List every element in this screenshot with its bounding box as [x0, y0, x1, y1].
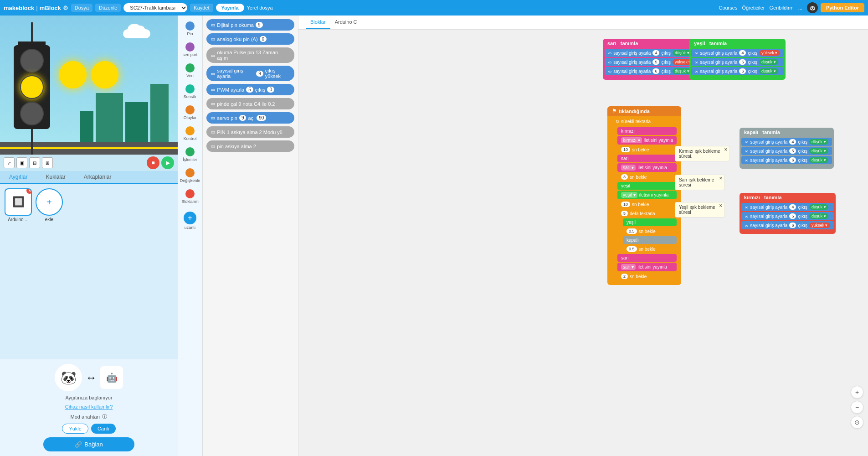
- cat-variables[interactable]: Değişkenle: [179, 166, 201, 185]
- zoom-out-button[interactable]: −: [851, 401, 863, 414]
- device-item-arduino[interactable]: ✕ 🔲 Arduino ...: [5, 188, 32, 222]
- rdinf1: ∞: [745, 205, 748, 210]
- cat-sensor[interactable]: Sensör: [179, 82, 201, 101]
- cat-serial[interactable]: seri port: [179, 40, 201, 59]
- feedback-link[interactable]: Geribildirm: [770, 5, 794, 10]
- pin-dot: [185, 21, 195, 31]
- tab-devices[interactable]: Aygıtlar: [0, 171, 36, 184]
- servo-angle-chip[interactable]: 90: [257, 115, 266, 121]
- kirmizi-row: kırmızı: [617, 127, 677, 135]
- main-event-block[interactable]: ⚑ tıklandığında ↻ sürekli tekrarla kırmı…: [607, 106, 681, 285]
- yesil-select[interactable]: yeşil ▾: [621, 192, 637, 198]
- view-mode-1-button[interactable]: ▣: [16, 157, 27, 168]
- cat-events[interactable]: Olaylar: [179, 103, 201, 122]
- run-button[interactable]: ▶: [161, 156, 174, 169]
- cat-ops-label: İşlemler: [183, 157, 197, 162]
- sari-r2-cikis: çıkış: [661, 60, 671, 65]
- kirmizi-def-row3: ∞ sayısal giriş ayarla 6 çıkış yüksek ▾: [741, 221, 834, 229]
- device-selector[interactable]: SC27-Trafik lambası: [123, 3, 187, 12]
- connect-big-button[interactable]: 🔗 Bağlan: [43, 437, 134, 451]
- settings-icon[interactable]: ⚙: [63, 5, 68, 11]
- save-button[interactable]: Kaydet: [190, 4, 213, 12]
- block-digital-set[interactable]: ∞ sayısal giriş ayarla 9 çıkış yüksek: [206, 66, 294, 81]
- add-extension-area: + uzantı: [184, 212, 196, 230]
- add-device-button[interactable]: +: [36, 188, 63, 216]
- sari-select[interactable]: sarı ▾: [621, 165, 636, 171]
- block-digital-read[interactable]: ∞ Dijital pin okuma 9: [206, 19, 294, 31]
- arduino-label: Arduino ...: [8, 217, 29, 222]
- local-file-button[interactable]: Yerel dosya: [247, 5, 273, 10]
- fit-screen-button[interactable]: ⊙: [851, 416, 863, 429]
- tab-bloklar[interactable]: Bloklar: [306, 16, 330, 29]
- building-mid: [125, 102, 148, 143]
- kr1t: sayısal giriş ayarla: [750, 140, 787, 145]
- servo-pin-chip[interactable]: 9: [239, 115, 247, 121]
- courses-link[interactable]: Courses: [719, 5, 737, 10]
- kapali-body: ∞ sayısal giriş ayarla 4 çıkış düşük ▾ ∞…: [740, 137, 834, 165]
- add-extension-button[interactable]: +: [184, 212, 196, 224]
- python-editor-button[interactable]: Python Editor: [821, 3, 864, 12]
- close-icon-tooltip3[interactable]: ✕: [719, 203, 723, 208]
- cat-myblocks[interactable]: Bloklarım: [179, 187, 201, 206]
- block-pwm[interactable]: ∞ PWM ayarla 5 çıkış 0: [206, 84, 294, 95]
- sari2-select[interactable]: sarı ▾: [621, 264, 636, 270]
- sprite-delete-button[interactable]: ✕: [26, 188, 32, 194]
- more-button[interactable]: ...: [798, 5, 802, 10]
- code-area-container: Bloklar Arduino C sarı tanımla ∞ sayısal…: [298, 16, 868, 456]
- block-analog-read[interactable]: ∞ analog oku pin (A) 0: [206, 33, 294, 45]
- sari-r2-num: 5: [652, 59, 659, 65]
- view-mode-3-button[interactable]: ⊞: [42, 157, 53, 168]
- sprite-tabs: Aygıtlar Kuklalar Arkaplanlar: [0, 171, 178, 184]
- sari-def-header: sarı tanımla: [603, 39, 699, 48]
- pin-chip[interactable]: 9: [256, 22, 263, 28]
- expand-stage-button[interactable]: ⤢: [4, 157, 15, 168]
- block-pulse[interactable]: ∞ okuma Pulse pin 13 Zaman aşım: [206, 47, 294, 63]
- block-pin-suspend2[interactable]: ∞ pin askıya alma 2: [206, 140, 294, 152]
- set-pin-chip[interactable]: 9: [256, 71, 263, 77]
- block-play-tone[interactable]: ∞ pinde çal 9 nota C4 ile 0.2: [206, 98, 294, 109]
- tab-arduino-c[interactable]: Arduino C: [330, 16, 362, 29]
- zoom-in-button[interactable]: +: [851, 386, 863, 399]
- teachers-link[interactable]: Öğreticiler: [742, 5, 765, 10]
- tab-sprites[interactable]: Kuklalar: [36, 171, 74, 183]
- live-button[interactable]: Canlı: [91, 424, 116, 434]
- topbar-right: Courses Öğreticiler Geribildirm ... 🐼: [719, 2, 817, 13]
- cat-control[interactable]: Kontrol: [179, 124, 201, 143]
- pwm-out-text: çıkış: [255, 87, 266, 93]
- cat-pin[interactable]: Pin: [179, 19, 201, 38]
- device-help-link[interactable]: Cihaz nasıl kullanılır?: [65, 404, 113, 409]
- kirmizi-select[interactable]: kırmızı ▾: [621, 137, 642, 143]
- infinity-icon7: ∞: [211, 114, 215, 121]
- block-servo[interactable]: ∞ servo pin 9 açı 90: [206, 112, 294, 124]
- tab-backdrops[interactable]: Arkaplanlar: [75, 171, 121, 183]
- loop-inner: kırmızı kırmızı ▾ iletisini yayınla 10 s…: [617, 125, 677, 282]
- kapali-row2: ∞ sayısal giriş ayarla 5 çıkış düşük ▾: [741, 147, 832, 155]
- close-icon-tooltip1[interactable]: ✕: [724, 147, 728, 152]
- view-mode-2-button[interactable]: ⊟: [29, 157, 40, 168]
- file-menu[interactable]: Dosya: [71, 4, 92, 12]
- mod-info-icon[interactable]: ⓘ: [102, 413, 107, 420]
- extension-label: uzantı: [184, 225, 196, 230]
- inf-sym: ∞: [608, 51, 611, 56]
- panda-avatar[interactable]: 🐼: [807, 2, 818, 13]
- publish-button[interactable]: Yayınla: [216, 4, 244, 12]
- cat-operations[interactable]: İşlemler: [179, 145, 201, 164]
- load-button[interactable]: Yükle: [62, 424, 88, 434]
- sari-def-block[interactable]: sarı tanımla ∞ sayısal giriş ayarla 4 çı…: [603, 39, 699, 80]
- pwm-chip[interactable]: 5: [246, 87, 253, 93]
- analog-chip[interactable]: 0: [260, 36, 267, 42]
- kapali-def-block[interactable]: kapalı tanımla ∞ sayısal giriş ayarla 4 …: [740, 128, 834, 169]
- wait3-text: sn bekle: [632, 202, 649, 207]
- sari-msg-row: sarı ▾ iletisini yayınla: [617, 163, 677, 172]
- cat-vars-label: Değişkenle: [180, 178, 200, 183]
- pwm-val-chip[interactable]: 0: [267, 87, 274, 93]
- stop-button[interactable]: ■: [147, 156, 159, 169]
- wait1-row: 10 sn bekle: [617, 145, 677, 154]
- add-device-item[interactable]: + ekle: [36, 188, 63, 222]
- block-pin-suspend[interactable]: ∞ PIN 1 askıya alma 2 Modu yü: [206, 126, 294, 138]
- yesil-def-block[interactable]: yeşil tanımla ∞ sayısal giriş ayarla 4 ç…: [689, 39, 786, 80]
- cat-data[interactable]: Veri: [179, 61, 201, 80]
- kirmizi-def-block[interactable]: kırmızı tanımla ∞ sayısal giriş ayarla 4…: [740, 193, 836, 234]
- close-icon-tooltip2[interactable]: ✕: [719, 176, 723, 181]
- edit-menu[interactable]: Düzenle: [95, 4, 121, 12]
